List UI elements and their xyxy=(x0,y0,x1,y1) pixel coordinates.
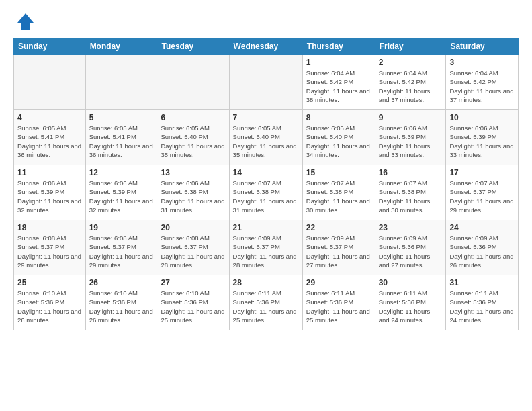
day-info: Sunrise: 6:10 AM Sunset: 5:36 PM Dayligh… xyxy=(89,289,154,324)
day-number: 15 xyxy=(306,168,371,177)
day-info: Sunrise: 6:04 AM Sunset: 5:42 PM Dayligh… xyxy=(449,68,515,104)
day-info: Sunrise: 6:06 AM Sunset: 5:39 PM Dayligh… xyxy=(89,179,154,214)
day-info: Sunrise: 6:05 AM Sunset: 5:41 PM Dayligh… xyxy=(17,124,82,159)
calendar-cell xyxy=(229,55,302,110)
calendar-cell: 30Sunrise: 6:11 AM Sunset: 5:36 PM Dayli… xyxy=(375,275,446,330)
day-number: 12 xyxy=(89,168,154,177)
calendar-cell: 20Sunrise: 6:08 AM Sunset: 5:37 PM Dayli… xyxy=(157,220,229,275)
day-info: Sunrise: 6:09 AM Sunset: 5:37 PM Dayligh… xyxy=(233,234,299,269)
page: SundayMondayTuesdayWednesdayThursdayFrid… xyxy=(0,0,532,411)
day-info: Sunrise: 6:05 AM Sunset: 5:40 PM Dayligh… xyxy=(161,124,225,159)
day-number: 1 xyxy=(306,58,371,67)
day-info: Sunrise: 6:06 AM Sunset: 5:39 PM Dayligh… xyxy=(17,179,82,214)
calendar-cell: 13Sunrise: 6:06 AM Sunset: 5:38 PM Dayli… xyxy=(157,165,229,220)
day-info: Sunrise: 6:08 AM Sunset: 5:37 PM Dayligh… xyxy=(17,234,82,269)
day-info: Sunrise: 6:09 AM Sunset: 5:36 PM Dayligh… xyxy=(379,234,443,269)
day-info: Sunrise: 6:09 AM Sunset: 5:37 PM Dayligh… xyxy=(306,234,371,269)
calendar-cell: 22Sunrise: 6:09 AM Sunset: 5:37 PM Dayli… xyxy=(302,220,375,275)
day-number: 19 xyxy=(89,223,154,232)
day-info: Sunrise: 6:04 AM Sunset: 5:42 PM Dayligh… xyxy=(379,68,443,104)
day-info: Sunrise: 6:10 AM Sunset: 5:36 PM Dayligh… xyxy=(161,289,225,324)
day-info: Sunrise: 6:11 AM Sunset: 5:36 PM Dayligh… xyxy=(379,289,443,324)
day-info: Sunrise: 6:11 AM Sunset: 5:36 PM Dayligh… xyxy=(449,289,515,324)
day-number: 22 xyxy=(306,223,371,232)
day-number: 26 xyxy=(89,278,154,287)
weekday-header-friday: Friday xyxy=(375,38,446,55)
calendar-cell xyxy=(85,55,157,110)
calendar-cell: 21Sunrise: 6:09 AM Sunset: 5:37 PM Dayli… xyxy=(229,220,302,275)
calendar-cell xyxy=(157,55,229,110)
day-number: 27 xyxy=(161,278,225,287)
day-number: 2 xyxy=(379,58,443,67)
day-number: 31 xyxy=(449,278,515,287)
calendar-cell: 19Sunrise: 6:08 AM Sunset: 5:37 PM Dayli… xyxy=(85,220,157,275)
logo-icon xyxy=(13,11,34,31)
calendar-cell: 7Sunrise: 6:05 AM Sunset: 5:40 PM Daylig… xyxy=(229,110,302,165)
calendar-cell xyxy=(14,55,86,110)
calendar-cell: 17Sunrise: 6:07 AM Sunset: 5:37 PM Dayli… xyxy=(446,165,519,220)
day-info: Sunrise: 6:11 AM Sunset: 5:36 PM Dayligh… xyxy=(233,289,299,324)
calendar-cell: 29Sunrise: 6:11 AM Sunset: 5:36 PM Dayli… xyxy=(302,275,375,330)
calendar-cell: 16Sunrise: 6:07 AM Sunset: 5:38 PM Dayli… xyxy=(375,165,446,220)
calendar-cell: 2Sunrise: 6:04 AM Sunset: 5:42 PM Daylig… xyxy=(375,55,446,110)
day-number: 25 xyxy=(17,278,82,287)
calendar-cell: 3Sunrise: 6:04 AM Sunset: 5:42 PM Daylig… xyxy=(446,55,519,110)
calendar-cell: 25Sunrise: 6:10 AM Sunset: 5:36 PM Dayli… xyxy=(14,275,86,330)
day-number: 8 xyxy=(306,113,371,122)
weekday-header-row: SundayMondayTuesdayWednesdayThursdayFrid… xyxy=(14,38,519,55)
day-info: Sunrise: 6:11 AM Sunset: 5:36 PM Dayligh… xyxy=(306,289,371,324)
day-info: Sunrise: 6:07 AM Sunset: 5:38 PM Dayligh… xyxy=(306,179,371,214)
calendar-cell: 10Sunrise: 6:06 AM Sunset: 5:39 PM Dayli… xyxy=(446,110,519,165)
day-number: 21 xyxy=(233,223,299,232)
week-row-4: 18Sunrise: 6:08 AM Sunset: 5:37 PM Dayli… xyxy=(14,220,519,275)
day-info: Sunrise: 6:06 AM Sunset: 5:39 PM Dayligh… xyxy=(449,124,515,159)
day-number: 23 xyxy=(379,223,443,232)
calendar-cell: 5Sunrise: 6:05 AM Sunset: 5:41 PM Daylig… xyxy=(85,110,157,165)
calendar-cell: 27Sunrise: 6:10 AM Sunset: 5:36 PM Dayli… xyxy=(157,275,229,330)
week-row-5: 25Sunrise: 6:10 AM Sunset: 5:36 PM Dayli… xyxy=(14,275,519,330)
day-number: 7 xyxy=(233,113,299,122)
day-number: 13 xyxy=(161,168,225,177)
day-info: Sunrise: 6:10 AM Sunset: 5:36 PM Dayligh… xyxy=(17,289,82,324)
svg-marker-0 xyxy=(17,13,34,30)
calendar-cell: 26Sunrise: 6:10 AM Sunset: 5:36 PM Dayli… xyxy=(85,275,157,330)
weekday-header-sunday: Sunday xyxy=(14,38,86,55)
day-number: 11 xyxy=(17,168,82,177)
calendar-cell: 28Sunrise: 6:11 AM Sunset: 5:36 PM Dayli… xyxy=(229,275,302,330)
logo xyxy=(13,11,36,31)
calendar-cell: 14Sunrise: 6:07 AM Sunset: 5:38 PM Dayli… xyxy=(229,165,302,220)
day-info: Sunrise: 6:05 AM Sunset: 5:41 PM Dayligh… xyxy=(89,124,154,159)
calendar-cell: 1Sunrise: 6:04 AM Sunset: 5:42 PM Daylig… xyxy=(302,55,375,110)
day-number: 6 xyxy=(161,113,225,122)
day-info: Sunrise: 6:07 AM Sunset: 5:37 PM Dayligh… xyxy=(449,179,515,214)
calendar-cell: 15Sunrise: 6:07 AM Sunset: 5:38 PM Dayli… xyxy=(302,165,375,220)
day-number: 5 xyxy=(89,113,154,122)
week-row-1: 1Sunrise: 6:04 AM Sunset: 5:42 PM Daylig… xyxy=(14,55,519,110)
calendar-cell: 6Sunrise: 6:05 AM Sunset: 5:40 PM Daylig… xyxy=(157,110,229,165)
day-number: 18 xyxy=(17,223,82,232)
day-info: Sunrise: 6:05 AM Sunset: 5:40 PM Dayligh… xyxy=(233,124,299,159)
day-number: 10 xyxy=(449,113,515,122)
day-number: 29 xyxy=(306,278,371,287)
day-number: 3 xyxy=(449,58,515,67)
week-row-3: 11Sunrise: 6:06 AM Sunset: 5:39 PM Dayli… xyxy=(14,165,519,220)
day-info: Sunrise: 6:06 AM Sunset: 5:38 PM Dayligh… xyxy=(161,179,225,214)
day-info: Sunrise: 6:07 AM Sunset: 5:38 PM Dayligh… xyxy=(379,179,443,214)
weekday-header-thursday: Thursday xyxy=(302,38,375,55)
day-number: 9 xyxy=(379,113,443,122)
calendar-cell: 31Sunrise: 6:11 AM Sunset: 5:36 PM Dayli… xyxy=(446,275,519,330)
calendar-cell: 8Sunrise: 6:05 AM Sunset: 5:40 PM Daylig… xyxy=(302,110,375,165)
day-info: Sunrise: 6:06 AM Sunset: 5:39 PM Dayligh… xyxy=(379,124,443,159)
day-number: 4 xyxy=(17,113,82,122)
day-info: Sunrise: 6:05 AM Sunset: 5:40 PM Dayligh… xyxy=(306,124,371,159)
day-number: 16 xyxy=(379,168,443,177)
day-number: 14 xyxy=(233,168,299,177)
day-number: 28 xyxy=(233,278,299,287)
day-info: Sunrise: 6:04 AM Sunset: 5:42 PM Dayligh… xyxy=(306,68,371,104)
day-number: 24 xyxy=(449,223,515,232)
day-info: Sunrise: 6:09 AM Sunset: 5:36 PM Dayligh… xyxy=(449,234,515,269)
day-number: 30 xyxy=(379,278,443,287)
calendar-cell: 4Sunrise: 6:05 AM Sunset: 5:41 PM Daylig… xyxy=(14,110,86,165)
weekday-header-monday: Monday xyxy=(85,38,157,55)
day-number: 17 xyxy=(449,168,515,177)
